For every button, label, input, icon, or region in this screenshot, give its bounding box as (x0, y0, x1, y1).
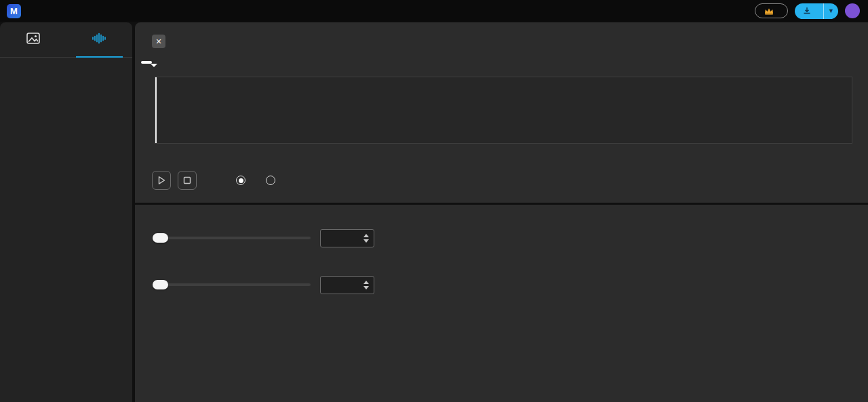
version-premium-button[interactable] (755, 3, 788, 18)
play-icon (157, 176, 166, 185)
play-button[interactable] (152, 171, 171, 190)
radio-regle[interactable] (236, 176, 251, 185)
playhead-line[interactable] (155, 77, 157, 143)
top-bar: M ▼ (0, 0, 868, 22)
pitch-input[interactable] (321, 281, 363, 290)
volume-input-box (320, 229, 374, 247)
avatar[interactable] (845, 3, 860, 18)
myedit-app: M ▼ (0, 0, 868, 402)
download-button[interactable] (795, 3, 823, 19)
radio-selected-icon (236, 176, 245, 185)
editor-panel: ✕ (135, 22, 868, 203)
topbar-actions: ▼ (755, 3, 868, 19)
volume-slider[interactable] (153, 233, 311, 243)
image-icon (26, 33, 40, 44)
download-icon (803, 7, 811, 15)
sidebar-tabs (0, 22, 132, 58)
spinner-up-icon[interactable] (363, 234, 369, 237)
radio-original[interactable] (266, 176, 281, 185)
pitch-slider-track[interactable] (153, 283, 311, 286)
waveform-graphic (155, 77, 852, 143)
sidebar (0, 22, 132, 402)
timeline-ruler[interactable] (155, 144, 860, 157)
audio-wave-icon (92, 33, 106, 44)
volume-input[interactable] (321, 234, 363, 243)
pitch-slider[interactable] (153, 280, 311, 289)
download-options-button[interactable]: ▼ (823, 3, 838, 19)
stop-button[interactable] (178, 171, 197, 190)
close-icon: ✕ (155, 37, 161, 46)
pitch-slider-thumb[interactable] (153, 280, 168, 289)
crown-icon (764, 7, 774, 15)
download-split-button: ▼ (795, 3, 838, 19)
volume-slider-thumb[interactable] (153, 233, 168, 243)
chevron-down-icon: ▼ (828, 7, 834, 14)
myedit-logo-icon[interactable]: M (7, 4, 21, 18)
tab-image[interactable] (0, 22, 66, 57)
waveform-display[interactable] (155, 77, 852, 144)
playhead-time-tooltip (141, 61, 152, 64)
transport-controls (152, 171, 281, 190)
spinner-down-icon[interactable] (363, 286, 369, 289)
pitch-spinner[interactable] (363, 281, 374, 289)
spinner-up-icon[interactable] (363, 281, 369, 284)
tab-audio[interactable] (66, 22, 133, 57)
volume-slider-track[interactable] (153, 237, 311, 239)
radio-unselected-icon (266, 176, 275, 185)
stop-icon (183, 176, 191, 184)
settings-panel (135, 205, 868, 402)
volume-spinner[interactable] (363, 234, 374, 243)
preview-mode-radios (236, 176, 281, 185)
spinner-down-icon[interactable] (363, 239, 369, 243)
pitch-input-box (320, 276, 374, 294)
close-file-button[interactable]: ✕ (152, 35, 165, 48)
